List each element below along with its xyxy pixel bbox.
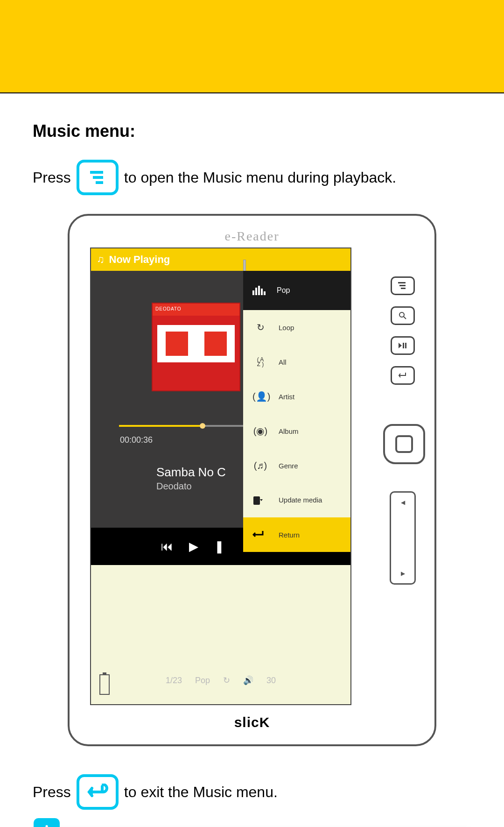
menu-item-genre[interactable]: (♬) Genre: [243, 448, 350, 483]
album-art: DEODATO: [152, 303, 240, 391]
hw-menu-button[interactable]: [391, 276, 415, 295]
menu-item-label: Artist: [279, 393, 294, 401]
artist-icon: (👤): [252, 391, 268, 402]
prev-track-icon[interactable]: ⏮: [161, 539, 173, 554]
play-icon[interactable]: ▶: [189, 539, 198, 554]
menu-eq-row[interactable]: Pop: [243, 271, 350, 310]
info-icon: i: [34, 818, 60, 827]
footer-eq: Pop: [195, 676, 210, 686]
album-tag: DEODATO: [153, 304, 239, 316]
svg-rect-6: [261, 289, 263, 295]
svg-rect-3: [252, 290, 254, 295]
device-frame: e-Reader ♫ Now Playing DEODATO: [68, 214, 436, 746]
device-brand: slicK: [70, 714, 434, 730]
timecode: 00:00:36: [120, 435, 153, 445]
hw-back-button[interactable]: [391, 366, 415, 385]
svg-rect-16: [405, 343, 406, 348]
music-menu-panel: Pop ↻ Loop ( AZ ) All (👤) Artist: [243, 271, 350, 552]
album-icon: (◉): [252, 425, 268, 437]
menu-item-all[interactable]: ( AZ ) All: [243, 345, 350, 379]
screen-footer: 1/23 Pop ↻ 🔊 30: [91, 675, 350, 686]
instruction-open: Press to open the Music menu during play…: [33, 160, 471, 195]
album-art-window: [203, 330, 229, 358]
instruction-open-after: to open the Music menu during playback.: [124, 169, 396, 186]
battery-icon: [99, 674, 110, 695]
menu-item-artist[interactable]: (👤) Artist: [243, 379, 350, 414]
hw-playpause-button[interactable]: [391, 336, 415, 355]
now-playing-label: Now Playing: [109, 254, 170, 266]
menu-item-loop[interactable]: ↻ Loop: [243, 310, 350, 345]
svg-line-13: [404, 317, 406, 319]
menu-item-album[interactable]: (◉) Album: [243, 414, 350, 448]
music-note-icon: ♫: [97, 254, 105, 266]
hw-page-rocker[interactable]: ◀ ▶: [390, 491, 416, 585]
svg-rect-5: [258, 286, 260, 295]
loop-icon: ↻: [252, 322, 268, 333]
hw-home-button[interactable]: [383, 424, 425, 464]
menu-item-label: Album: [279, 427, 299, 435]
svg-point-12: [399, 312, 404, 317]
menu-item-label: Loop: [279, 324, 294, 332]
svg-rect-15: [403, 343, 404, 348]
progress-handle[interactable]: [200, 423, 205, 429]
genre-icon: (♬): [252, 460, 268, 471]
track-index: 1/23: [166, 676, 182, 686]
svg-rect-7: [264, 291, 266, 295]
song-artist: Deodato: [156, 481, 192, 492]
rocker-down-icon: ▶: [401, 570, 405, 577]
progress-fill: [119, 425, 200, 427]
menu-item-label: Return: [279, 531, 300, 539]
svg-rect-4: [255, 288, 257, 295]
equalizer-icon: [252, 286, 268, 295]
next-partial-icon[interactable]: ❚: [214, 539, 224, 554]
return-icon: [252, 530, 268, 539]
device-screen: ♫ Now Playing DEODATO: [90, 247, 351, 705]
hw-zoom-button[interactable]: [391, 306, 415, 325]
volume-icon: 🔊: [243, 675, 253, 686]
now-playing-bar: ♫ Now Playing: [91, 248, 350, 271]
menu-item-update-media[interactable]: Update media: [243, 483, 350, 517]
svg-rect-0: [90, 171, 103, 174]
device-top-label: e-Reader: [87, 229, 417, 244]
svg-rect-1: [93, 176, 103, 179]
header-band: [0, 0, 504, 93]
section-title: Music menu:: [33, 121, 471, 141]
menu-item-return[interactable]: Return: [243, 517, 350, 552]
svg-rect-10: [399, 285, 406, 286]
menu-item-label: Update media: [279, 496, 322, 504]
menu-eq-label: Pop: [277, 286, 290, 295]
update-media-icon: [252, 495, 268, 506]
menu-item-label: Genre: [279, 462, 298, 470]
instruction-exit-before: Press: [33, 784, 71, 801]
song-title: Samba No C: [156, 465, 226, 480]
instruction-open-before: Press: [33, 169, 71, 186]
az-icon: ( AZ ): [252, 357, 268, 367]
album-art-window: [164, 330, 190, 358]
svg-rect-9: [398, 282, 406, 283]
svg-rect-2: [96, 181, 103, 184]
svg-rect-8: [253, 496, 260, 505]
loop-status-icon: ↻: [223, 675, 230, 686]
menu-item-label: All: [279, 358, 287, 366]
instruction-exit-after: to exit the Music menu.: [124, 784, 278, 801]
instruction-exit: Press to exit the Music menu.: [33, 774, 471, 810]
volume-value: 30: [266, 676, 276, 686]
menu-icon: [77, 160, 119, 195]
back-icon: [77, 774, 119, 810]
svg-marker-14: [399, 343, 402, 348]
svg-rect-11: [401, 288, 406, 289]
rocker-up-icon: ◀: [401, 499, 405, 506]
